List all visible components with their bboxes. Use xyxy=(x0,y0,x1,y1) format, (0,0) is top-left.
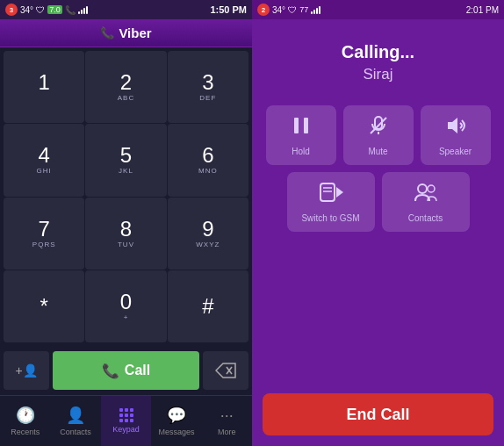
contacts-icon-nav: 👤 xyxy=(66,406,85,425)
nav-messages-label: Messages xyxy=(158,428,194,436)
keypad-grid-icon xyxy=(119,408,133,422)
mute-button[interactable]: Mute xyxy=(343,105,414,165)
shield-icon-right: 🛡 xyxy=(288,5,297,15)
svg-point-14 xyxy=(428,185,435,192)
messages-icon: 💬 xyxy=(167,406,186,425)
end-call-label: End Call xyxy=(346,406,409,424)
mute-label: Mute xyxy=(368,147,387,156)
svg-marker-12 xyxy=(336,187,343,198)
key-2[interactable]: 2 ABC xyxy=(85,51,166,123)
right-status-icons: 2 34° 🛡 77 xyxy=(257,4,320,16)
key-0[interactable]: 0 + xyxy=(85,270,166,342)
key-4[interactable]: 4 GHI xyxy=(4,124,84,196)
svg-point-13 xyxy=(418,184,427,193)
notification-badge: 3 xyxy=(5,4,18,16)
status-bar-right: 2 34° 🛡 77 2:01 PM xyxy=(252,0,504,19)
key-hash[interactable]: # xyxy=(168,270,248,342)
contacts-icon xyxy=(414,182,438,208)
temperature-left: 34° xyxy=(20,5,33,15)
viber-app-name: Viber xyxy=(119,25,151,40)
controls-row-1: Hold Mute xyxy=(263,105,493,165)
nav-more-label: More xyxy=(218,428,236,436)
signal-percent: 77 xyxy=(299,5,308,14)
call-label: Call xyxy=(125,363,150,378)
bottom-nav: 🕐 Recents 👤 Contacts Keypad 💬 Messages ·… xyxy=(0,395,252,446)
switch-gsm-label: Switch to GSM xyxy=(301,213,359,223)
svg-rect-4 xyxy=(304,118,308,133)
viber-header: 📞 Viber xyxy=(0,19,252,47)
hold-button[interactable]: Hold xyxy=(266,105,336,165)
nav-messages[interactable]: 💬 Messages xyxy=(151,396,201,446)
switch-gsm-button[interactable]: Switch to GSM xyxy=(287,172,375,232)
key-6[interactable]: 6 MNO xyxy=(168,124,248,196)
call-controls: Hold Mute xyxy=(252,98,504,390)
signal-bars-right xyxy=(311,5,320,14)
end-call-button[interactable]: End Call xyxy=(263,393,493,435)
key-star[interactable]: * xyxy=(4,270,84,342)
left-status-icons: 3 34° 🛡 7.0 📞 xyxy=(5,4,88,16)
svg-marker-8 xyxy=(448,118,457,133)
nav-recents-label: Recents xyxy=(11,428,40,436)
svg-marker-0 xyxy=(216,363,235,378)
key-5[interactable]: 5 JKL xyxy=(85,124,166,196)
backspace-button[interactable] xyxy=(203,351,248,390)
contacts-label: Contacts xyxy=(408,213,443,223)
shield-icon: 🛡 xyxy=(36,5,45,15)
notification-badge-right: 2 xyxy=(257,4,270,16)
backspace-icon xyxy=(215,363,236,378)
speaker-label: Speaker xyxy=(439,147,472,156)
action-row: +👤 📞 Call xyxy=(0,346,252,395)
left-panel: 3 34° 🛡 7.0 📞 1:50 PM 📞 Viber 1 2 xyxy=(0,0,252,446)
viber-logo: 📞 Viber xyxy=(100,25,151,40)
controls-row-2: Switch to GSM Contacts xyxy=(263,172,493,232)
pause-icon xyxy=(291,115,312,141)
nav-keypad[interactable]: Keypad xyxy=(101,396,151,446)
status-bar-left: 3 34° 🛡 7.0 📞 1:50 PM xyxy=(0,0,252,19)
time-left: 1:50 PM xyxy=(210,4,247,15)
volume-icon xyxy=(445,115,466,141)
nav-keypad-label: Keypad xyxy=(112,425,140,434)
call-button[interactable]: 📞 Call xyxy=(53,351,199,390)
phone-switch-icon xyxy=(319,182,343,208)
more-icon: ··· xyxy=(220,406,234,425)
temperature-right: 34° xyxy=(272,5,285,15)
nav-more[interactable]: ··· More xyxy=(202,396,252,446)
shield-version: 7.0 xyxy=(47,5,62,14)
add-contact-button[interactable]: +👤 xyxy=(4,351,49,390)
hold-label: Hold xyxy=(292,147,310,156)
viber-phone-icon: 📞 xyxy=(100,26,114,40)
nav-contacts-label: Contacts xyxy=(60,428,91,436)
nav-contacts[interactable]: 👤 Contacts xyxy=(50,396,100,446)
speaker-button[interactable]: Speaker xyxy=(421,105,491,165)
svg-rect-9 xyxy=(320,183,335,201)
key-8[interactable]: 8 TUV xyxy=(85,198,166,270)
mic-off-icon xyxy=(368,115,389,141)
key-7[interactable]: 7 PQRS xyxy=(4,198,84,270)
right-panel: 2 34° 🛡 77 2:01 PM Calling... Siraj xyxy=(252,0,504,446)
calling-name: Siraj xyxy=(363,66,392,83)
key-9[interactable]: 9 WXYZ xyxy=(168,198,248,270)
nav-recents[interactable]: 🕐 Recents xyxy=(0,396,50,446)
keypad-grid: 1 2 ABC 3 DEF 4 GHI 5 JKL 6 MNO 7 PQRS 8 xyxy=(0,47,252,346)
signal-bars-left xyxy=(78,5,88,14)
key-1[interactable]: 1 xyxy=(4,51,84,123)
key-3[interactable]: 3 DEF xyxy=(168,51,248,123)
calling-title: Calling... xyxy=(342,42,414,62)
contacts-button[interactable]: Contacts xyxy=(382,172,470,232)
time-right: 2:01 PM xyxy=(466,5,499,15)
svg-rect-3 xyxy=(294,118,299,133)
phone-icon-left: 📞 xyxy=(65,5,76,15)
calling-header: Calling... Siraj xyxy=(252,19,504,98)
clock-icon: 🕐 xyxy=(16,406,35,425)
